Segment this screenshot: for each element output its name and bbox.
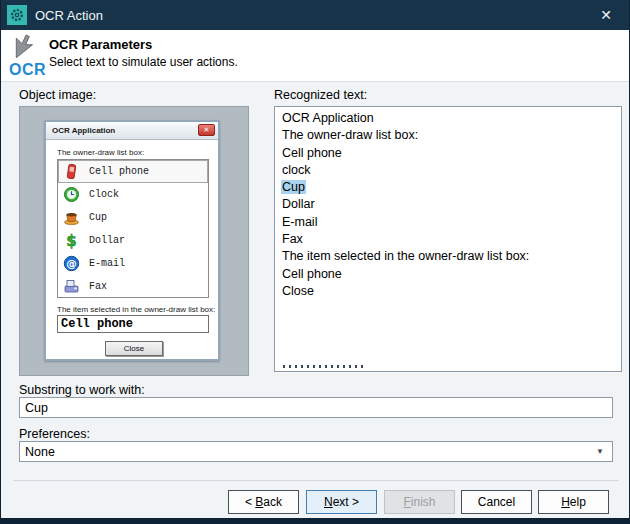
title-bar: OCR Action ✕ — [1, 0, 629, 30]
chevron-down-icon: ▼ — [596, 447, 607, 456]
close-icon[interactable]: ✕ — [600, 0, 612, 30]
clock-icon — [63, 186, 80, 203]
list-item-label: Cup — [89, 212, 107, 223]
embedded-app-window: OCR Application ✕ The owner-draw list bo… — [44, 120, 220, 361]
list-item-label: Cell phone — [89, 166, 149, 177]
list-item: @ E-mail — [58, 252, 208, 275]
recognized-line[interactable]: The owner-draw list box: — [281, 127, 615, 144]
recognized-line[interactable]: E-mail — [281, 214, 615, 231]
embedded-title-bar: OCR Application ✕ — [46, 122, 218, 140]
list-item: Clock — [58, 183, 208, 206]
cursor-arrow-icon — [15, 33, 41, 59]
preferences-value: None — [25, 445, 55, 459]
list-item-label: Fax — [89, 281, 107, 292]
object-image-preview: OCR Application ✕ The owner-draw list bo… — [19, 106, 249, 376]
window-title: OCR Action — [35, 8, 103, 23]
cancel-button[interactable]: Cancel — [461, 490, 532, 514]
recognized-line[interactable]: The item selected in the owner-draw list… — [281, 248, 615, 265]
next-button[interactable]: Next > — [306, 490, 377, 514]
embedded-window-title: OCR Application — [52, 126, 115, 135]
back-button[interactable]: < Back — [228, 490, 299, 514]
list-item: $ Dollar — [58, 229, 208, 252]
list-item: Cell phone — [58, 160, 208, 183]
footer-divider — [13, 480, 619, 481]
embedded-close-icon: ✕ — [198, 124, 215, 136]
list-item-label: E-mail — [89, 258, 125, 269]
gear-icon — [7, 5, 27, 25]
recognized-line[interactable]: OCR Application — [281, 110, 615, 127]
preferences-dropdown[interactable]: None ▼ — [19, 441, 613, 462]
cell-phone-icon — [63, 163, 80, 180]
finish-button: Finish — [384, 490, 455, 514]
ocr-logo-text: OCR — [9, 61, 46, 79]
clipped-text-row — [283, 365, 365, 368]
svg-text:$: $ — [66, 232, 76, 249]
page-title: OCR Parameters — [49, 37, 152, 52]
dialog-window: OCR Action ✕ OCR OCR Parameters Select t… — [0, 0, 630, 524]
owner-draw-list: Cell phone Clock — [57, 159, 209, 298]
dialog-body: OCR Action ✕ OCR OCR Parameters Select t… — [1, 0, 629, 518]
page-subtitle: Select text to simulate user actions. — [49, 55, 238, 69]
ocr-logo: OCR — [9, 33, 51, 79]
recognized-line[interactable]: Cell phone — [281, 266, 615, 283]
selected-item-field: Cell phone — [57, 315, 209, 333]
recognized-text-list: OCR Application The owner-draw list box:… — [274, 106, 622, 372]
recognized-text-label: Recognized text: — [274, 88, 367, 102]
owner-draw-list-label: The owner-draw list box: — [57, 148, 144, 157]
list-item: Fax — [58, 275, 208, 298]
recognized-line[interactable]: Cell phone — [281, 145, 615, 162]
dollar-icon: $ — [63, 232, 80, 249]
recognized-line[interactable]: clock — [281, 162, 615, 179]
wizard-header: OCR OCR Parameters Select text to simula… — [1, 30, 629, 82]
selected-item-label: The item selected in the owner-draw list… — [57, 305, 215, 314]
embedded-close-button: Close — [105, 341, 163, 356]
email-icon: @ — [63, 255, 80, 272]
list-item-label: Dollar — [89, 235, 125, 246]
list-item-label: Clock — [89, 189, 119, 200]
fax-icon — [63, 278, 80, 295]
substring-input[interactable] — [19, 397, 613, 418]
object-image-label: Object image: — [19, 88, 96, 102]
recognized-line[interactable]: Dollar — [281, 196, 615, 213]
recognized-line-selected[interactable]: Cup — [281, 179, 615, 196]
svg-text:@: @ — [66, 257, 77, 269]
preferences-label: Preferences: — [19, 427, 90, 441]
cup-icon — [63, 209, 80, 226]
recognized-line[interactable]: Fax — [281, 231, 615, 248]
recognized-line[interactable]: Close — [281, 283, 615, 300]
list-item: Cup — [58, 206, 208, 229]
substring-label: Substring to work with: — [19, 383, 145, 397]
help-button[interactable]: Help — [538, 490, 609, 514]
